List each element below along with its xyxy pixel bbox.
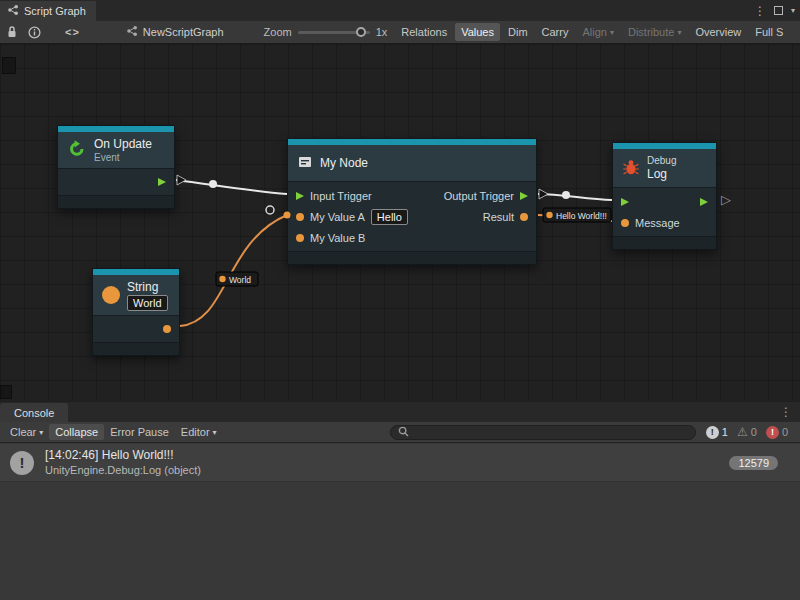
log-message: [14:02:46] Hello World!!! [45, 448, 201, 463]
wire-onupdate-to-mynode[interactable] [176, 180, 287, 194]
result-port[interactable] [520, 213, 528, 221]
lock-icon[interactable] [6, 25, 18, 39]
chevron-down-icon: ▾ [39, 428, 43, 437]
value-a-port[interactable] [296, 213, 304, 221]
tab-script-graph[interactable]: Script Graph [0, 1, 96, 21]
debug-input-trigger-port[interactable] [621, 198, 629, 206]
zoom-slider-knob[interactable] [356, 27, 366, 37]
node-debug-log[interactable]: Debug Log Message [612, 142, 717, 250]
maximize-icon[interactable] [774, 6, 783, 15]
console-tab-label: Console [14, 407, 54, 419]
relations-button[interactable]: Relations [395, 23, 453, 41]
editor-label: Editor [181, 426, 210, 438]
align-button[interactable]: Align▾ [576, 23, 619, 41]
wire-result-to-message[interactable] [538, 215, 612, 221]
log-entry[interactable]: ! [14:02:46] Hello World!!! UnityEngine.… [0, 444, 800, 482]
wire-chip-hello-world: Hello World!!! [543, 208, 611, 222]
node-footer [288, 251, 536, 264]
node-footer [58, 195, 174, 208]
warning-count: 0 [751, 426, 757, 438]
dim-button[interactable]: Dim [502, 23, 534, 41]
port-label: Message [635, 217, 680, 229]
input-trigger-port[interactable] [296, 192, 304, 200]
error-pause-button[interactable]: Error Pause [104, 424, 175, 440]
tab-console[interactable]: Console [0, 403, 68, 422]
canvas-corner-widget [0, 385, 12, 399]
port-row: Input Trigger Output Trigger [288, 185, 536, 206]
port-label: Input Trigger [310, 190, 372, 202]
distribute-button[interactable]: Distribute▾ [622, 23, 687, 41]
node-title: On Update [94, 137, 152, 151]
canvas-corner-widget [2, 57, 16, 74]
clear-button[interactable]: Clear ▾ [4, 424, 49, 440]
align-label: Align [582, 26, 606, 38]
window-tab-bar: Script Graph ⋮ ▾ [0, 0, 800, 21]
log-stacktrace: UnityEngine.Debug:Log (object) [45, 463, 201, 478]
pane-menu-icon[interactable]: ⋮ [754, 5, 766, 17]
svg-text:Hello World!!!: Hello World!!! [556, 211, 607, 221]
console-toolbar: Clear ▾ Collapse Error Pause Editor ▾ ! … [0, 422, 800, 443]
wire-dot [209, 180, 217, 188]
graph-asset-icon [126, 25, 138, 39]
node-header[interactable]: On Update Event [58, 132, 174, 168]
port-label: My Value A [310, 211, 365, 223]
port-label: My Value B [310, 232, 365, 244]
trigger-output-port[interactable] [158, 178, 166, 186]
output-trigger-port[interactable] [520, 192, 528, 200]
collapse-count-badge: 12579 [729, 456, 778, 470]
console-tab-strip: Console ⋮ [0, 402, 800, 422]
my-node-icon [297, 154, 313, 172]
warning-count-toggle[interactable]: ⚠ 0 [737, 426, 757, 438]
graph-canvas[interactable]: On Update Event My Node [0, 44, 800, 401]
node-header[interactable]: Debug Log [613, 149, 716, 187]
search-icon [398, 426, 409, 439]
graph-toolbar: <> NewScriptGraph Zoom 1x Relations Valu… [0, 21, 800, 44]
port-label: Output Trigger [444, 190, 514, 202]
node-on-update[interactable]: On Update Event [57, 125, 175, 209]
carry-button[interactable]: Carry [536, 23, 575, 41]
error-count-toggle[interactable]: ! 0 [766, 426, 788, 439]
string-literal-icon [102, 286, 120, 304]
chevron-down-icon: ▾ [610, 28, 614, 37]
svg-text:World: World [229, 275, 251, 285]
port-row [613, 191, 716, 212]
code-icon[interactable]: <> [65, 26, 80, 38]
wire-source-arrow [539, 189, 548, 199]
overview-button[interactable]: Overview [689, 23, 747, 41]
wire-mynode-to-debug[interactable] [538, 194, 612, 200]
node-my-node[interactable]: My Node Input Trigger Output Trigger My … [287, 138, 537, 265]
fullscreen-button[interactable]: Full S [749, 23, 789, 41]
on-update-event-icon [67, 139, 87, 161]
tab-label: Script Graph [24, 5, 86, 17]
string-value-input[interactable]: World [127, 295, 168, 311]
node-title: My Node [320, 156, 368, 170]
value-b-port[interactable] [296, 234, 304, 242]
string-output-port[interactable] [163, 325, 171, 333]
error-count: 0 [782, 426, 788, 438]
node-footer [93, 342, 179, 355]
zoom-slider[interactable] [298, 31, 370, 34]
node-header[interactable]: My Node [288, 145, 536, 181]
info-count-toggle[interactable]: ! 1 [706, 426, 728, 439]
clear-label: Clear [10, 426, 36, 438]
console-search-input[interactable] [414, 426, 688, 438]
editor-button[interactable]: Editor ▾ [175, 424, 223, 440]
console-search[interactable] [390, 425, 696, 440]
collapse-button[interactable]: Collapse [49, 424, 104, 440]
graph-reference[interactable]: NewScriptGraph [126, 25, 224, 39]
node-header[interactable]: String World [93, 275, 179, 315]
wire-string-to-valuea[interactable] [180, 215, 287, 326]
script-graph-icon [7, 4, 19, 18]
info-icon[interactable] [28, 26, 41, 39]
pane-dropdown-icon[interactable]: ▾ [791, 6, 795, 15]
message-port[interactable] [621, 219, 629, 227]
node-title: String [127, 280, 168, 294]
node-ports: Message [613, 187, 716, 236]
zoom-label: Zoom [264, 26, 292, 38]
value-a-input[interactable]: Hello [371, 209, 408, 225]
wire-dot [562, 191, 570, 199]
console-menu-icon[interactable]: ⋮ [780, 405, 792, 419]
debug-output-trigger-port[interactable] [700, 198, 708, 206]
node-string-literal[interactable]: String World [92, 268, 180, 356]
values-button[interactable]: Values [455, 23, 500, 41]
